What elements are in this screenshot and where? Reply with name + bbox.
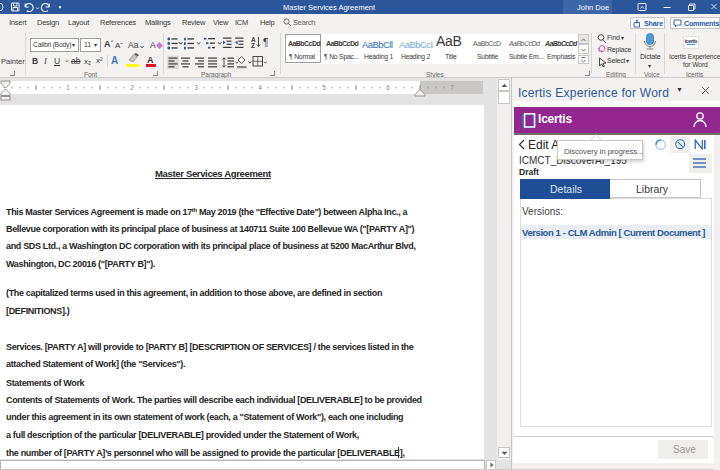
svg-text:3: 3 (194, 84, 198, 91)
svg-text:¶: ¶ (263, 37, 268, 48)
svg-text:4: 4 (258, 84, 262, 91)
svg-text:7: 7 (450, 84, 454, 91)
svg-text:6: 6 (386, 84, 390, 91)
svg-text:Z: Z (251, 42, 255, 49)
svg-text:1: 1 (66, 84, 70, 91)
svg-text:2: 2 (130, 84, 134, 91)
svg-text:5: 5 (322, 84, 326, 91)
